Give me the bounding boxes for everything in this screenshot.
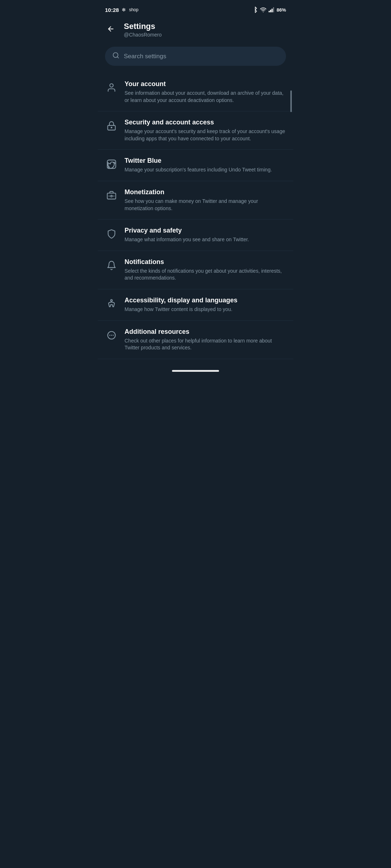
svg-rect-4 — [273, 7, 274, 12]
twitter-blue-title: Twitter Blue — [125, 157, 286, 165]
header-text: Settings @ChaosRomero — [124, 22, 161, 38]
additional-desc: Check out other places for helpful infor… — [125, 337, 286, 352]
search-bar[interactable]: Search settings — [105, 47, 286, 66]
shop-label: shop — [129, 7, 138, 12]
person-icon — [105, 81, 118, 94]
settings-item-accessibility[interactable]: Accessibility, display and languages Man… — [98, 289, 293, 321]
accessibility-icon — [105, 297, 118, 310]
search-placeholder: Search settings — [124, 53, 166, 60]
monetization-desc: See how you can make money on Twitter an… — [125, 198, 286, 212]
security-desc: Manage your account's security and keep … — [125, 128, 286, 142]
bluetooth-icon — [253, 7, 258, 13]
shield-icon — [105, 227, 118, 241]
settings-item-privacy[interactable]: Privacy and safety Manage what informati… — [98, 220, 293, 251]
svg-point-14 — [109, 335, 110, 336]
settings-item-twitter-blue[interactable]: Twitter Blue Manage your subscription's … — [98, 150, 293, 181]
security-title: Security and account access — [125, 119, 286, 126]
back-button[interactable] — [105, 23, 117, 36]
search-container[interactable]: Search settings — [105, 47, 286, 66]
notifications-content: Notifications Select the kinds of notifi… — [125, 258, 286, 282]
scrollbar[interactable] — [290, 90, 292, 112]
security-content: Security and account access Manage your … — [125, 119, 286, 142]
svg-rect-10 — [107, 193, 115, 199]
accessibility-title: Accessibility, display and languages — [125, 297, 286, 304]
status-left: 10:28 ❄ shop — [105, 7, 138, 13]
svg-rect-2 — [270, 10, 271, 12]
additional-content: Additional resources Check out other pla… — [125, 328, 286, 352]
svg-rect-3 — [272, 9, 273, 12]
privacy-content: Privacy and safety Manage what informati… — [125, 227, 286, 243]
svg-rect-1 — [269, 11, 270, 12]
svg-point-12 — [111, 299, 113, 301]
notifications-desc: Select the kinds of notifications you ge… — [125, 268, 286, 282]
monetization-icon — [105, 189, 118, 202]
twitter-blue-desc: Manage your subscription's features incl… — [125, 166, 286, 174]
monetization-content: Monetization See how you can make money … — [125, 188, 286, 212]
settings-item-security[interactable]: Security and account access Manage your … — [98, 111, 293, 150]
notifications-title: Notifications — [125, 258, 286, 266]
status-icons: 86% — [253, 7, 286, 13]
settings-list: Your account See information about your … — [98, 73, 293, 359]
page-header: Settings @ChaosRomero — [98, 18, 293, 43]
signal-icon — [269, 7, 274, 12]
additional-title: Additional resources — [125, 328, 286, 336]
privacy-desc: Manage what information you see and shar… — [125, 236, 286, 243]
accessibility-desc: Manage how Twitter content is displayed … — [125, 306, 286, 313]
your-account-desc: See information about your account, down… — [125, 90, 286, 104]
settings-item-notifications[interactable]: Notifications Select the kinds of notifi… — [98, 251, 293, 289]
accessibility-content: Accessibility, display and languages Man… — [125, 297, 286, 313]
page-title: Settings — [124, 22, 161, 31]
monetization-title: Monetization — [125, 188, 286, 196]
twitter-blue-content: Twitter Blue Manage your subscription's … — [125, 157, 286, 174]
home-indicator — [98, 363, 293, 377]
dots-icon — [105, 329, 118, 342]
settings-item-additional[interactable]: Additional resources Check out other pla… — [98, 321, 293, 359]
twitter-blue-icon — [105, 158, 118, 171]
settings-item-your-account[interactable]: Your account See information about your … — [98, 73, 293, 111]
svg-point-6 — [110, 84, 113, 87]
battery-label: 86% — [277, 7, 286, 13]
search-icon — [112, 52, 119, 61]
svg-point-0 — [263, 12, 264, 12]
your-account-title: Your account — [125, 80, 286, 88]
svg-point-8 — [111, 127, 112, 128]
home-bar — [172, 370, 219, 372]
username-label: @ChaosRomero — [124, 32, 161, 38]
svg-point-16 — [113, 335, 114, 336]
settings-item-monetization[interactable]: Monetization See how you can make money … — [98, 181, 293, 220]
wifi-icon — [260, 7, 266, 12]
lock-icon — [105, 119, 118, 132]
bell-icon — [105, 259, 118, 272]
svg-point-15 — [111, 335, 112, 336]
slack-icon: ❄ — [122, 7, 126, 13]
status-time: 10:28 — [105, 7, 119, 13]
status-bar: 10:28 ❄ shop 86% — [98, 0, 293, 18]
your-account-content: Your account See information about your … — [125, 80, 286, 104]
svg-point-11 — [111, 195, 113, 197]
privacy-title: Privacy and safety — [125, 227, 286, 234]
